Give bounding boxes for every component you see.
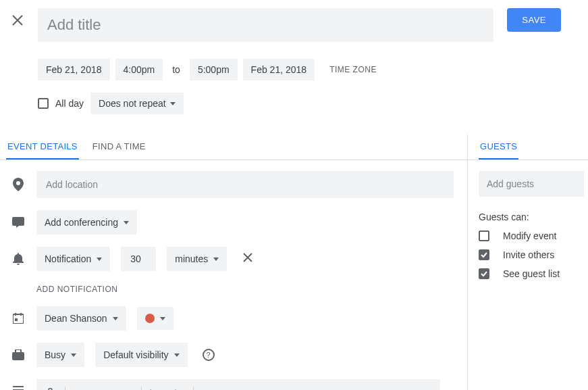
availability-dropdown[interactable]: Busy [36,343,84,367]
chevron-down-icon [113,317,118,320]
svg-rect-1 [15,313,16,316]
guests-input[interactable] [479,171,584,197]
notification-unit-dropdown[interactable]: minutes [167,247,227,271]
close-button[interactable] [9,12,26,28]
calendar-color-dropdown[interactable] [137,307,173,330]
modify-event-label: Modify event [503,230,556,241]
chevron-down-icon [71,354,76,357]
chevron-down-icon [213,258,219,261]
to-label: to [168,64,184,75]
separator [65,387,65,390]
end-date-picker[interactable]: Feb 21, 2018 [243,59,315,80]
svg-rect-2 [20,313,22,316]
separator [193,387,194,390]
chevron-down-icon [174,354,180,357]
calendar-owner-value: Dean Shanson [45,313,107,324]
tab-guests[interactable]: GUESTS [479,135,518,160]
recurrence-value: Does not repeat [99,98,166,109]
close-icon [11,14,24,26]
tab-event-details[interactable]: EVENT DETAILS [6,135,79,160]
invite-others-checkbox[interactable] [479,249,489,260]
separator [141,387,142,390]
conferencing-dropdown[interactable]: Add conferencing [36,210,137,235]
modify-event-checkbox[interactable] [479,230,489,241]
location-icon [11,178,26,191]
notification-type-dropdown[interactable]: Notification [36,247,110,271]
conferencing-icon [11,217,26,228]
link-button[interactable] [195,383,219,390]
description-icon [11,386,26,390]
calendar-icon [11,313,26,324]
description-toolbar: B I U 123 T [36,379,440,390]
start-time-picker[interactable]: 4:00pm [115,59,163,80]
calendar-owner-dropdown[interactable]: Dean Shanson [36,306,126,331]
bold-button[interactable]: B [67,383,91,390]
notification-icon [11,253,26,265]
availability-value: Busy [45,349,65,360]
visibility-value: Default visibility [103,349,168,360]
end-time-picker[interactable]: 5:00pm [190,59,238,80]
chevron-down-icon [170,102,176,105]
chevron-down-icon [160,317,165,320]
see-guest-list-label: See guest list [503,268,560,279]
recurrence-dropdown[interactable]: Does not repeat [90,93,184,114]
italic-button[interactable]: I [91,383,115,390]
numbered-list-button[interactable]: 123 [143,383,167,390]
allday-checkbox[interactable] [38,98,49,109]
underline-button[interactable]: U [115,383,140,390]
svg-rect-6 [13,386,24,387]
svg-rect-0 [13,314,24,324]
add-notification-link[interactable]: ADD NOTIFICATION [36,285,467,294]
clear-format-button[interactable]: T [219,383,244,390]
see-guest-list-checkbox[interactable] [479,268,489,279]
close-icon [243,253,252,262]
notification-unit-value: minutes [175,253,208,264]
visibility-help-button[interactable]: ? [203,349,215,361]
conferencing-label: Add conferencing [45,217,118,228]
remove-notification-button[interactable] [238,250,258,268]
invite-others-label: Invite others [503,249,554,260]
notification-type-value: Notification [45,253,91,264]
title-input[interactable] [38,8,493,42]
attach-button[interactable] [39,383,63,390]
tab-find-a-time[interactable]: FIND A TIME [91,135,147,160]
timezone-link[interactable]: TIME ZONE [329,65,377,74]
chevron-down-icon [97,258,102,261]
notification-value-input[interactable] [121,247,156,271]
briefcase-icon [11,349,26,360]
svg-rect-5 [16,349,21,353]
color-swatch [145,314,155,323]
save-button[interactable]: SAVE [507,8,561,32]
location-input[interactable] [36,171,454,198]
svg-rect-3 [15,318,18,321]
chevron-down-icon [124,221,129,224]
visibility-dropdown[interactable]: Default visibility [95,343,187,367]
start-date-picker[interactable]: Feb 21, 2018 [38,59,110,80]
bullet-list-button[interactable] [167,383,192,390]
allday-label: All day [55,98,84,109]
guests-can-label: Guests can: [479,212,588,222]
